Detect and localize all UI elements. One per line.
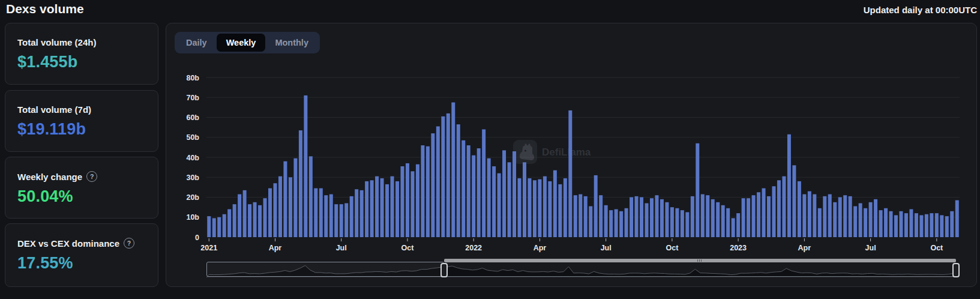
bar[interactable] bbox=[594, 175, 598, 237]
bar[interactable] bbox=[400, 166, 404, 237]
bar[interactable] bbox=[777, 180, 781, 237]
bar[interactable] bbox=[558, 184, 562, 237]
bar[interactable] bbox=[568, 110, 572, 237]
bar[interactable] bbox=[238, 195, 241, 237]
bar[interactable] bbox=[477, 148, 481, 237]
bar[interactable] bbox=[950, 211, 954, 237]
bar[interactable] bbox=[742, 198, 745, 237]
bar[interactable] bbox=[268, 189, 272, 237]
bar[interactable] bbox=[543, 177, 547, 237]
bar[interactable] bbox=[457, 124, 460, 237]
bar[interactable] bbox=[502, 150, 506, 237]
bar[interactable] bbox=[762, 189, 766, 237]
bar[interactable] bbox=[304, 95, 307, 237]
bar[interactable] bbox=[564, 178, 567, 237]
bar[interactable] bbox=[706, 195, 709, 237]
bar[interactable] bbox=[619, 211, 623, 237]
bar[interactable] bbox=[721, 205, 725, 237]
bar[interactable] bbox=[681, 210, 684, 237]
bar[interactable] bbox=[436, 126, 440, 237]
bar[interactable] bbox=[548, 181, 552, 237]
bar[interactable] bbox=[625, 208, 628, 237]
bar[interactable] bbox=[945, 216, 949, 237]
bar[interactable] bbox=[350, 196, 353, 237]
bar[interactable] bbox=[859, 203, 862, 237]
bar[interactable] bbox=[798, 181, 801, 237]
bar[interactable] bbox=[752, 195, 756, 237]
bar[interactable] bbox=[472, 156, 475, 237]
bar[interactable] bbox=[243, 190, 247, 237]
bar[interactable] bbox=[736, 213, 740, 237]
bar[interactable] bbox=[461, 140, 465, 237]
bar[interactable] bbox=[589, 206, 592, 237]
bar[interactable] bbox=[289, 177, 292, 237]
slider-right-handle[interactable] bbox=[952, 263, 960, 277]
bar[interactable] bbox=[395, 181, 399, 237]
bar[interactable] bbox=[940, 215, 943, 237]
help-icon[interactable]: ? bbox=[124, 238, 134, 249]
bar[interactable] bbox=[355, 189, 358, 237]
bar[interactable] bbox=[340, 204, 343, 237]
bar[interactable] bbox=[324, 195, 328, 237]
bar[interactable] bbox=[207, 216, 211, 237]
bar[interactable] bbox=[808, 192, 811, 237]
bar[interactable] bbox=[853, 206, 857, 237]
bar[interactable] bbox=[665, 202, 669, 237]
help-icon[interactable]: ? bbox=[86, 171, 97, 182]
bar[interactable] bbox=[248, 204, 251, 237]
bar[interactable] bbox=[309, 156, 313, 237]
bar[interactable] bbox=[410, 171, 414, 237]
bar[interactable] bbox=[782, 177, 786, 237]
bar[interactable] bbox=[889, 211, 893, 237]
bar[interactable] bbox=[212, 218, 216, 237]
bar[interactable] bbox=[630, 198, 633, 238]
bar[interactable] bbox=[553, 171, 557, 237]
bar[interactable] bbox=[726, 208, 730, 237]
bar[interactable] bbox=[823, 196, 826, 237]
bar[interactable] bbox=[904, 213, 908, 237]
bar[interactable] bbox=[523, 162, 526, 237]
bar[interactable] bbox=[319, 189, 323, 237]
bar[interactable] bbox=[370, 180, 374, 237]
bar[interactable] bbox=[955, 200, 959, 237]
bar[interactable] bbox=[747, 198, 750, 237]
bar[interactable] bbox=[813, 195, 816, 237]
bar[interactable] bbox=[787, 134, 791, 237]
bar[interactable] bbox=[909, 209, 913, 237]
bar[interactable] bbox=[849, 196, 852, 237]
bar[interactable] bbox=[293, 159, 297, 237]
bar[interactable] bbox=[574, 195, 577, 237]
bar[interactable] bbox=[925, 214, 928, 237]
bar[interactable] bbox=[314, 189, 317, 237]
bar[interactable] bbox=[233, 204, 236, 237]
bar[interactable] bbox=[278, 177, 282, 237]
bar[interactable] bbox=[935, 213, 939, 237]
bar[interactable] bbox=[518, 178, 522, 237]
bar[interactable] bbox=[360, 190, 364, 237]
bar[interactable] bbox=[579, 195, 582, 237]
bar[interactable] bbox=[217, 217, 221, 237]
bar[interactable] bbox=[670, 207, 674, 237]
bar[interactable] bbox=[691, 196, 694, 237]
bar[interactable] bbox=[915, 213, 918, 237]
bar[interactable] bbox=[391, 177, 394, 237]
range-slider[interactable] bbox=[206, 259, 956, 279]
bar[interactable] bbox=[767, 196, 771, 237]
slider-grip-icon[interactable] bbox=[697, 259, 702, 262]
bar[interactable] bbox=[635, 196, 639, 237]
bar[interactable] bbox=[899, 211, 903, 237]
bar[interactable] bbox=[930, 213, 933, 237]
bar[interactable] bbox=[380, 178, 384, 237]
bar[interactable] bbox=[660, 199, 664, 237]
bar[interactable] bbox=[375, 177, 379, 237]
bar[interactable] bbox=[258, 205, 262, 237]
bar[interactable] bbox=[716, 202, 720, 237]
bar[interactable] bbox=[874, 199, 877, 237]
bar[interactable] bbox=[869, 202, 873, 237]
slider-selected-region[interactable] bbox=[444, 262, 956, 277]
slider-move-bar[interactable] bbox=[444, 259, 956, 262]
bar[interactable] bbox=[640, 198, 643, 238]
bar[interactable] bbox=[604, 205, 608, 237]
bar[interactable] bbox=[426, 146, 430, 237]
bar[interactable] bbox=[299, 130, 302, 237]
